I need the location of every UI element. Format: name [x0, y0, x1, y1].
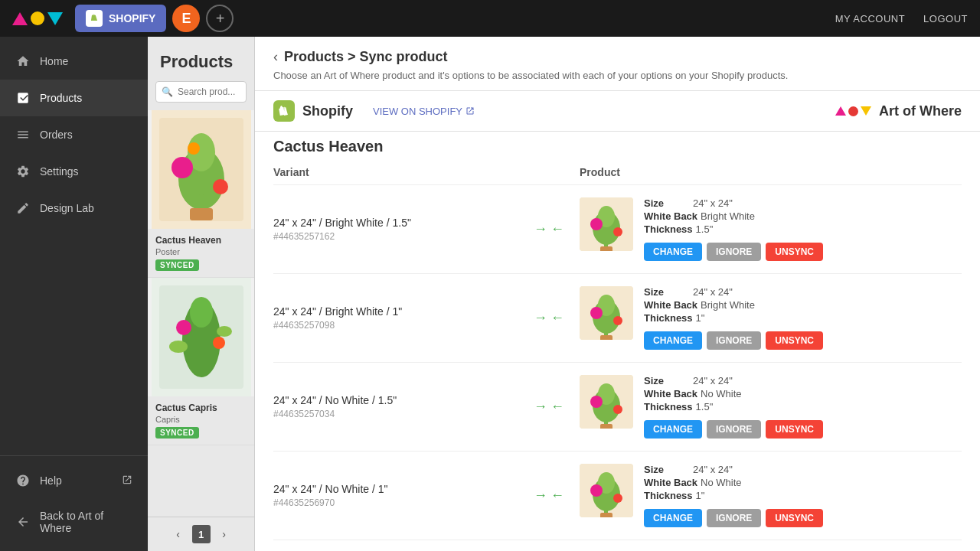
- arrows-1: → ←: [518, 310, 580, 326]
- svg-rect-8: [190, 208, 213, 220]
- variant-name-1: 24" x 24" / Bright White / 1": [273, 305, 518, 318]
- attr-label-0-2: Thickness: [644, 223, 693, 235]
- product-details-0: Size 24" x 24" White Back Bright White T…: [644, 197, 962, 261]
- ignore-btn-1[interactable]: IGNORE: [707, 331, 761, 350]
- attr-row-3-2: Thickness 1": [644, 490, 962, 501]
- logout-link[interactable]: LOGOUT: [923, 13, 968, 24]
- synced-badge-2: SYNCED: [155, 427, 199, 439]
- change-btn-2[interactable]: CHANGE: [644, 420, 702, 439]
- svg-point-13: [176, 320, 191, 335]
- product-details-3: Size 24" x 24" White Back No White Thick…: [644, 464, 962, 527]
- sidebar-bottom: Help Back to Art of Where: [0, 455, 148, 551]
- my-account-link[interactable]: MY ACCOUNT: [835, 13, 905, 24]
- product-card-info: Cactus Heaven Poster SYNCED: [148, 229, 254, 277]
- arrow-left-1: ←: [550, 310, 564, 326]
- attr-row-3-0: Size 24" x 24": [644, 464, 962, 475]
- sidebar-item-home[interactable]: Home: [0, 43, 148, 80]
- arrow-right-2: →: [534, 399, 547, 415]
- product-details-1: Size 24" x 24" White Back Bright White T…: [644, 286, 962, 350]
- add-platform-btn[interactable]: +: [206, 5, 234, 32]
- breadcrumb-back-btn[interactable]: ‹: [273, 49, 278, 65]
- products-icon: [15, 90, 31, 106]
- products-search-container: 🔍: [155, 81, 247, 103]
- action-btns-3: CHANGE IGNORE UNSYNC: [644, 509, 962, 527]
- platform-headers: Shopify VIEW ON SHOPIFY Art of Where: [255, 91, 980, 132]
- ignore-btn-0[interactable]: IGNORE: [707, 243, 761, 261]
- sidebar-item-products[interactable]: Products: [0, 80, 148, 116]
- action-btns-0: CHANGE IGNORE UNSYNC: [644, 243, 962, 261]
- unsync-btn-3[interactable]: UNSYNC: [766, 509, 823, 527]
- attr-row-0-0: Size 24" x 24": [644, 197, 962, 209]
- attr-label-0-0: Size: [644, 197, 690, 209]
- sidebar-home-label: Home: [40, 55, 68, 67]
- attr-value-1-1: Bright White: [701, 299, 755, 311]
- main-header: ‹ Products > Sync product Choose an Art …: [255, 37, 980, 91]
- product-sub-2: Capris: [155, 415, 247, 424]
- sidebar-settings-label: Settings: [40, 165, 79, 178]
- product-thumb-2: [580, 375, 633, 429]
- shopify-header-icon: [273, 100, 295, 122]
- variant-name-3: 24" x 24" / No White / 1": [273, 483, 518, 495]
- sidebar-item-help[interactable]: Help: [0, 462, 148, 499]
- unsync-btn-1[interactable]: UNSYNC: [766, 331, 823, 350]
- sidebar-nav: Home Products Orders Settings: [0, 37, 148, 455]
- current-page: 1: [192, 525, 211, 543]
- variant-id-2: #44635257034: [273, 409, 518, 419]
- sidebar-item-orders[interactable]: Orders: [0, 116, 148, 153]
- attr-row-2-2: Thickness 1.5": [644, 401, 962, 412]
- action-btns-2: CHANGE IGNORE UNSYNC: [644, 420, 962, 439]
- design-icon: [15, 201, 31, 216]
- breadcrumb-text: Products > Sync product: [284, 49, 448, 65]
- help-icon: [15, 473, 31, 488]
- svg-point-6: [188, 142, 200, 155]
- etsy-platform-btn[interactable]: E: [172, 5, 200, 32]
- products-panel-title: Products: [148, 37, 254, 81]
- product-card-cactus-heaven[interactable]: Cactus Heaven Poster SYNCED: [148, 110, 254, 278]
- product-attrs-0: Size 24" x 24" White Back Bright White T…: [644, 197, 962, 235]
- sidebar-item-design-lab[interactable]: Design Lab: [0, 190, 148, 227]
- orders-icon: [15, 127, 31, 142]
- aow-header: Art of Where: [835, 103, 962, 119]
- change-btn-1[interactable]: CHANGE: [644, 331, 702, 350]
- next-page-btn[interactable]: ›: [215, 525, 234, 543]
- product-attrs-3: Size 24" x 24" White Back No White Thick…: [644, 464, 962, 501]
- attr-value-2-2: 1.5": [696, 401, 714, 412]
- variant-row-1: 24" x 24" / Bright White / 1" #446352570…: [273, 274, 962, 363]
- col-headers: Variant Product: [273, 160, 962, 185]
- sidebar-item-back[interactable]: Back to Art of Where: [0, 499, 148, 545]
- ignore-btn-3[interactable]: IGNORE: [707, 509, 761, 527]
- svg-point-4: [172, 157, 193, 178]
- attr-label-2-1: White Back: [644, 388, 697, 399]
- ignore-btn-2[interactable]: IGNORE: [707, 420, 761, 439]
- product-details-2: Size 24" x 24" White Back No White Thick…: [644, 375, 962, 439]
- change-btn-3[interactable]: CHANGE: [644, 509, 702, 527]
- product-card-cactus-capris[interactable]: Cactus Capris Capris SYNCED: [148, 278, 254, 445]
- sidebar-help-label: Help: [40, 474, 62, 487]
- product-match-2: Size 24" x 24" White Back No White Thick…: [580, 375, 962, 439]
- prev-page-btn[interactable]: ‹: [169, 525, 188, 543]
- aow-name: Art of Where: [879, 103, 962, 119]
- svg-point-34: [590, 396, 603, 408]
- back-icon: [15, 514, 31, 530]
- view-on-shopify-link[interactable]: VIEW ON SHOPIFY: [373, 106, 475, 117]
- arrow-left-0: ←: [550, 221, 564, 237]
- attr-value-1-0: 24" x 24": [693, 286, 733, 298]
- attr-value-2-1: No White: [701, 388, 741, 399]
- aow-red-circle: [848, 106, 858, 116]
- unsync-btn-0[interactable]: UNSYNC: [766, 243, 823, 261]
- logo-cyan-triangle: [47, 12, 63, 25]
- attr-label-1-0: Size: [644, 286, 690, 298]
- product-match-3: Size 24" x 24" White Back No White Thick…: [580, 464, 962, 527]
- product-attrs-2: Size 24" x 24" White Back No White Thick…: [644, 375, 962, 412]
- change-btn-0[interactable]: CHANGE: [644, 243, 702, 261]
- variant-info-0: 24" x 24" / Bright White / 1.5" #4463525…: [273, 217, 518, 242]
- attr-label-2-0: Size: [644, 375, 690, 386]
- shopify-platform-btn[interactable]: SHOPIFY: [75, 5, 166, 32]
- logo-pink-triangle: [12, 12, 28, 25]
- attr-label-1-2: Thickness: [644, 312, 693, 324]
- sidebar-item-settings[interactable]: Settings: [0, 153, 148, 190]
- svg-point-14: [213, 337, 225, 349]
- sidebar-design-label: Design Lab: [40, 202, 94, 214]
- unsync-btn-2[interactable]: UNSYNC: [766, 420, 823, 439]
- product-card-info-2: Cactus Capris Capris SYNCED: [148, 396, 254, 445]
